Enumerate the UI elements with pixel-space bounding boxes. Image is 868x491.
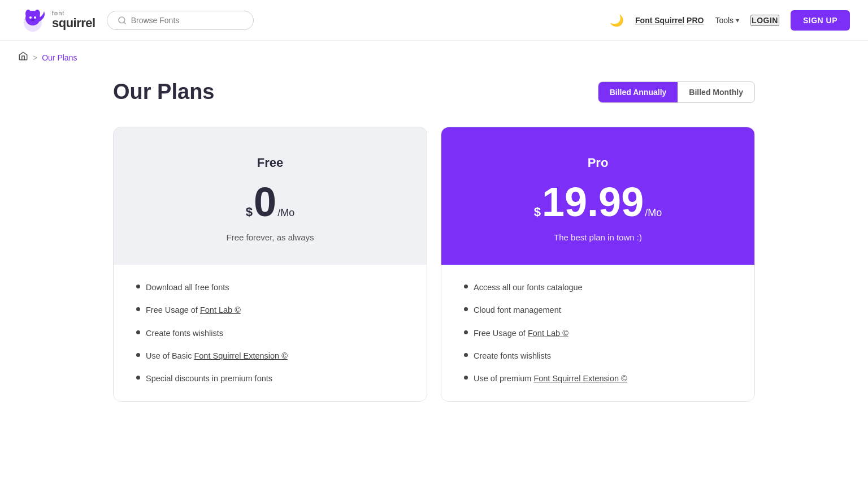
tools-label: Tools [715,16,734,25]
feature-text: Use of Basic Font Squirrel Extension © [146,350,288,361]
logo-squirrel-text: squirrel [52,16,96,30]
extension-link[interactable]: Font Squirrel Extension © [194,351,287,360]
logo-text: font squirrel [52,10,96,30]
list-item: Free Usage of Font Lab © [464,328,737,339]
bullet-icon [464,353,468,357]
bullet-icon [464,376,468,380]
svg-point-2 [25,10,31,18]
pro-plan-features: Access all our fonts catalogue Cloud fon… [441,265,754,401]
pro-features-list: Access all our fonts catalogue Cloud fon… [464,282,737,384]
page-title: Our Plans [113,80,215,104]
pro-plan-card: Pro $ 19.99 /Mo The best plan in town :)… [441,127,755,402]
list-item: Use of premium Font Squirrel Extension © [464,373,737,384]
list-item: Create fonts wishlists [136,328,410,339]
logo-icon [18,6,47,35]
chevron-down-icon: ▾ [736,16,739,24]
list-item: Create fonts wishlists [464,350,737,361]
signup-button[interactable]: SIGN UP [791,10,850,31]
free-plan-top: Free $ 0 /Mo Free forever, as always [114,127,427,265]
pro-extension-link[interactable]: Font Squirrel Extension © [533,374,627,383]
login-button[interactable]: LOGIN [750,15,779,26]
moon-icon[interactable]: 🌙 [610,14,624,27]
billing-toggle: Billed Annually Billed Monthly [598,81,755,103]
free-plan-card: Free $ 0 /Mo Free forever, as always Dow… [113,127,427,402]
free-plan-features: Download all free fonts Free Usage of Fo… [114,265,427,401]
billing-monthly-button[interactable]: Billed Monthly [678,82,754,102]
plans-grid: Free $ 0 /Mo Free forever, as always Dow… [113,127,755,402]
header-left: font squirrel [18,6,254,35]
free-price-dollar: $ [246,205,253,219]
list-item: Cloud font management [464,304,737,316]
free-plan-tagline: Free forever, as always [131,232,410,242]
plans-header: Our Plans Billed Annually Billed Monthly [113,80,755,104]
search-bar[interactable] [107,11,254,30]
pro-plan-price: $ 19.99 /Mo [458,182,737,222]
list-item: Download all free fonts [136,282,410,293]
feature-text: Use of premium Font Squirrel Extension © [474,373,627,384]
header: font squirrel 🌙 Font Squirrel PRO Tools … [0,0,868,41]
free-price-period: /Mo [277,207,294,219]
free-plan-name: Free [131,156,410,170]
bullet-icon [136,376,140,380]
pro-plan-top: Pro $ 19.99 /Mo The best plan in town :) [441,127,754,265]
svg-line-8 [124,22,125,24]
home-icon[interactable] [18,51,28,64]
bullet-icon [464,330,468,334]
free-features-list: Download all free fonts Free Usage of Fo… [136,282,410,384]
feature-text: Cloud font management [474,304,561,316]
feature-text: Access all our fonts catalogue [474,282,583,293]
feature-text: Free Usage of Font Lab © [146,304,241,316]
pro-link-text: Font Squirrel [635,16,684,25]
bullet-icon [464,285,468,288]
breadcrumb-current: Our Plans [42,53,77,62]
pro-price-amount: 19.99 [542,182,644,222]
pro-plan-tagline: The best plan in town :) [458,232,737,242]
logo[interactable]: font squirrel [18,6,96,35]
pro-badge: PRO [687,16,704,25]
pro-price-period: /Mo [645,207,662,219]
billing-annually-button[interactable]: Billed Annually [598,82,678,102]
bullet-icon [136,353,140,357]
list-item: Access all our fonts catalogue [464,282,737,293]
free-price-amount: 0 [254,182,276,222]
pro-font-lab-link[interactable]: Font Lab © [528,329,568,338]
feature-text: Create fonts wishlists [474,350,551,361]
svg-point-3 [34,10,40,18]
font-lab-link[interactable]: Font Lab © [200,305,241,315]
breadcrumb: > Our Plans [0,41,868,74]
feature-text: Free Usage of Font Lab © [474,328,568,339]
list-item: Special discounts in premium fonts [136,373,410,384]
feature-text: Special discounts in premium fonts [146,373,272,384]
free-plan-price: $ 0 /Mo [131,182,410,222]
tools-link[interactable]: Tools ▾ [715,16,739,25]
header-right: 🌙 Font Squirrel PRO Tools ▾ LOGIN SIGN U… [610,10,850,31]
svg-point-4 [29,16,32,19]
bullet-icon [136,285,140,288]
pro-plan-name: Pro [458,156,737,170]
svg-point-6 [31,19,34,21]
list-item: Free Usage of Font Lab © [136,304,410,316]
bullet-icon [464,307,468,311]
main-content: Our Plans Billed Annually Billed Monthly… [95,74,773,436]
pro-link[interactable]: Font Squirrel PRO [635,16,704,25]
search-icon [118,16,127,25]
breadcrumb-separator: > [33,53,37,62]
pro-price-dollar: $ [534,205,541,219]
bullet-icon [136,330,140,334]
search-input[interactable] [131,16,243,25]
bullet-icon [136,307,140,311]
list-item: Use of Basic Font Squirrel Extension © [136,350,410,361]
svg-point-5 [34,16,36,19]
feature-text: Create fonts wishlists [146,328,223,339]
feature-text: Download all free fonts [146,282,229,293]
